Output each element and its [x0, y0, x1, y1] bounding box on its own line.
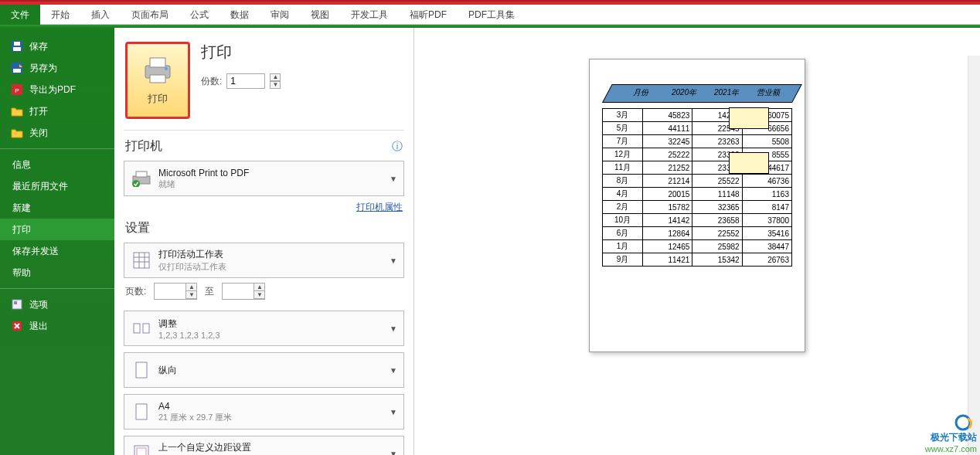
svg-point-13: [165, 67, 168, 70]
tab-formulas[interactable]: 公式: [179, 5, 219, 25]
collate-icon: [131, 317, 152, 339]
sidebar-new[interactable]: 新建: [0, 197, 114, 219]
chevron-down-icon: ▼: [390, 450, 397, 456]
vertical-scrollbar[interactable]: [968, 56, 980, 455]
spin-down-icon[interactable]: ▼: [270, 81, 281, 89]
print-scope-dropdown[interactable]: 打印活动工作表仅打印活动工作表 ▼: [124, 243, 404, 278]
papersize-dropdown[interactable]: A421 厘米 x 29.7 厘米 ▼: [124, 394, 404, 430]
sidebar-print[interactable]: 打印: [0, 219, 114, 240]
print-preview: 月份 2020年 2021年 营业额 3月4582314252600755月44…: [414, 28, 980, 455]
sidebar-separator: [0, 288, 114, 289]
sidebar-label: 保存并发送: [12, 245, 59, 258]
printer-section-title: 打印机: [125, 138, 162, 154]
svg-rect-8: [14, 301, 17, 304]
pages-to-label: 至: [205, 285, 214, 298]
sidebar-exportpdf[interactable]: P 导出为PDF: [0, 79, 114, 100]
ribbon-tabs: 文件 开始 插入 页面布局 公式 数据 审阅 视图 开发工具 福昕PDF PDF…: [0, 5, 980, 25]
spin-up-icon[interactable]: ▲: [254, 284, 264, 291]
comment-box-2: [729, 152, 769, 174]
header-month: 月份: [633, 87, 648, 98]
spin-down-icon[interactable]: ▼: [185, 291, 196, 299]
page-icon: [131, 401, 152, 423]
sidebar-separator: [0, 148, 114, 149]
sidebar-label: 退出: [29, 320, 48, 333]
printer-name: Microsoft Print to PDF: [158, 168, 249, 178]
print-button[interactable]: 打印: [125, 42, 190, 119]
options-icon: [11, 298, 23, 311]
watermark-text: 极光下载站: [931, 431, 977, 444]
copies-input[interactable]: [226, 73, 265, 89]
backstage-sidebar: 保存 另存为 P 导出为PDF 打开 关闭 信息 最近所用文件 新建 打印 保存…: [0, 28, 114, 455]
sidebar-help[interactable]: 帮助: [0, 262, 114, 284]
settings-section-title: 设置: [125, 220, 150, 236]
sidebar-close[interactable]: 关闭: [0, 122, 114, 144]
margins-icon: [131, 443, 152, 455]
portrait-icon: [131, 359, 152, 381]
tab-foxitpdf[interactable]: 福昕PDF: [399, 5, 458, 25]
logo-icon: [954, 414, 977, 431]
header-2020: 2020年: [672, 87, 696, 98]
sidebar-label: 打印: [12, 223, 31, 236]
sidebar-label: 信息: [12, 158, 31, 171]
copies-spinner[interactable]: ▲▼: [270, 73, 281, 89]
margins-title: 上一个自定义边距设置: [158, 441, 251, 454]
svg-rect-12: [150, 75, 165, 83]
collate-dropdown[interactable]: 调整1,2,3 1,2,3 1,2,3 ▼: [124, 311, 404, 346]
table-header-3d: 月份 2020年 2021年 营业额: [602, 78, 792, 109]
printer-properties-link[interactable]: 打印机属性: [356, 202, 403, 212]
svg-rect-1: [13, 47, 21, 51]
spin-up-icon[interactable]: ▲: [270, 73, 281, 81]
printer-dropdown[interactable]: Microsoft Print to PDF就绪 ▼: [124, 161, 404, 196]
preview-table: 3月4582314252600755月4411122545666567月3224…: [602, 108, 792, 267]
sidebar-savesend[interactable]: 保存并发送: [0, 240, 114, 262]
printer-status: 就绪: [158, 178, 249, 190]
sheet-icon: [131, 250, 152, 271]
tab-pdftools[interactable]: PDF工具集: [458, 5, 526, 25]
scope-sub: 仅打印活动工作表: [158, 261, 226, 273]
sidebar-info[interactable]: 信息: [0, 154, 114, 175]
chevron-down-icon: ▼: [390, 256, 397, 265]
printer-icon: [131, 168, 152, 189]
sidebar-open[interactable]: 打开: [0, 100, 114, 122]
pages-label: 页数:: [125, 285, 146, 298]
margins-dropdown[interactable]: 上一个自定义边距设置左: 1.8 厘米 右: 1.8 厘米 ▼: [124, 436, 404, 455]
preview-page: 月份 2020年 2021年 营业额 3月4582314252600755月44…: [589, 59, 805, 352]
tab-file[interactable]: 文件: [0, 5, 40, 25]
page-from-input[interactable]: ▲▼: [154, 283, 197, 300]
tab-insert[interactable]: 插入: [80, 5, 121, 25]
chevron-down-icon: ▼: [390, 366, 397, 375]
svg-rect-22: [134, 324, 140, 333]
tab-data[interactable]: 数据: [219, 5, 260, 25]
tab-home[interactable]: 开始: [40, 5, 80, 25]
orientation-label: 纵向: [158, 364, 177, 377]
sidebar-save[interactable]: 保存: [0, 36, 114, 57]
tab-developer[interactable]: 开发工具: [340, 5, 399, 25]
page-to-input[interactable]: ▲▼: [222, 283, 265, 300]
collate-title: 调整: [158, 317, 220, 331]
orientation-dropdown[interactable]: 纵向 ▼: [124, 352, 404, 388]
sidebar-exit[interactable]: 退出: [0, 315, 114, 337]
chevron-down-icon: ▼: [390, 324, 397, 333]
spin-down-icon[interactable]: ▼: [254, 291, 264, 299]
paper-sub: 21 厘米 x 29.7 厘米: [158, 412, 232, 423]
sidebar-saveas[interactable]: 另存为: [0, 57, 114, 79]
svg-rect-11: [150, 58, 165, 67]
sidebar-options[interactable]: 选项: [0, 294, 114, 315]
pdf-icon: P: [11, 83, 23, 96]
spin-up-icon[interactable]: ▲: [185, 284, 196, 291]
chevron-down-icon: ▼: [390, 175, 397, 183]
sidebar-recent[interactable]: 最近所用文件: [0, 175, 114, 197]
scope-title: 打印活动工作表: [158, 248, 226, 261]
tab-pagelayout[interactable]: 页面布局: [121, 5, 179, 25]
sidebar-label: 帮助: [12, 267, 31, 280]
tab-view[interactable]: 视图: [300, 5, 340, 25]
sidebar-label: 关闭: [29, 127, 48, 140]
open-icon: [11, 105, 23, 117]
tab-review[interactable]: 审阅: [260, 5, 300, 25]
printer-icon: [141, 55, 175, 86]
divider: [124, 130, 404, 131]
print-title: 打印: [201, 42, 403, 63]
print-panel: 打印 打印 份数: ▲▼ 打印机ⓘ Microsoft Print to PDF…: [114, 28, 414, 455]
printer-info-icon[interactable]: ⓘ: [392, 140, 403, 154]
paper-title: A4: [158, 401, 232, 412]
